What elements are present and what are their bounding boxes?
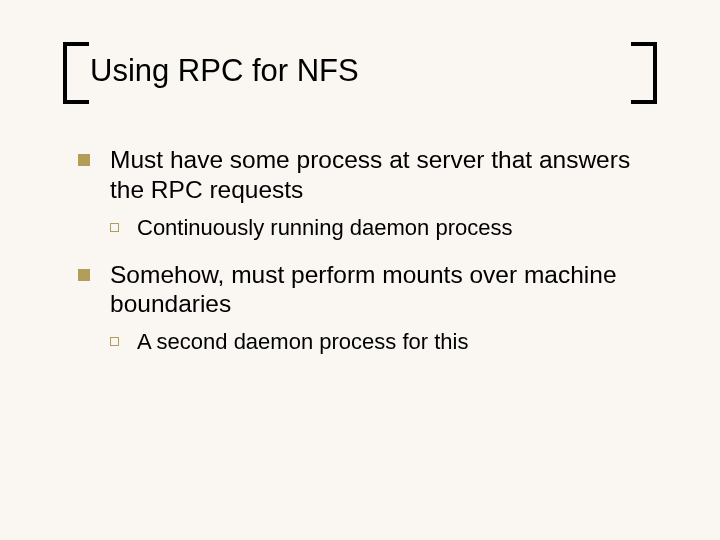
subbullet-text: Continuously running daemon process <box>137 215 660 242</box>
slide-body: Must have some process at server that an… <box>78 145 660 366</box>
bullet-text: Must have some process at server that an… <box>110 145 660 205</box>
subbullet-text: A second daemon process for this <box>137 329 660 356</box>
slide-title: Using RPC for NFS <box>90 54 630 88</box>
bullet-level2: Continuously running daemon process <box>110 215 660 242</box>
bullet-level1: Somehow, must perform mounts over machin… <box>78 260 660 320</box>
slide: Using RPC for NFS Must have some process… <box>0 0 720 540</box>
title-bracket-right-icon <box>631 42 657 104</box>
bullet-level2: A second daemon process for this <box>110 329 660 356</box>
square-bullet-icon <box>78 269 90 281</box>
hollow-square-bullet-icon <box>110 223 119 232</box>
square-bullet-icon <box>78 154 90 166</box>
bullet-text: Somehow, must perform mounts over machin… <box>110 260 660 320</box>
hollow-square-bullet-icon <box>110 337 119 346</box>
bullet-level1: Must have some process at server that an… <box>78 145 660 205</box>
title-bracket-left-icon <box>63 42 89 104</box>
